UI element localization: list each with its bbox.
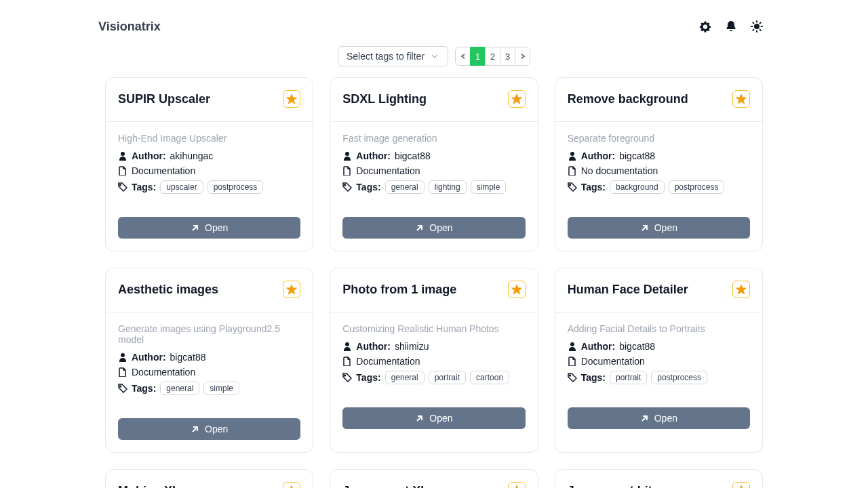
document-icon: [342, 166, 352, 176]
pager-page-2[interactable]: 2: [485, 47, 500, 66]
open-button[interactable]: Open: [568, 217, 750, 239]
open-label: Open: [205, 424, 228, 434]
document-icon: [568, 166, 577, 176]
author-label: Author:: [132, 352, 166, 363]
tag-chip[interactable]: simple: [203, 382, 239, 395]
open-button[interactable]: Open: [342, 407, 525, 429]
star-icon: [286, 485, 297, 488]
open-button[interactable]: Open: [342, 217, 525, 239]
favorite-button[interactable]: [508, 482, 526, 488]
documentation-label: Documentation: [132, 367, 195, 378]
open-arrow-icon: [191, 224, 199, 232]
card-description: High-End Image Upscaler: [118, 133, 300, 144]
favorite-button[interactable]: [283, 482, 300, 488]
documentation-row[interactable]: Documentation: [342, 165, 525, 176]
open-arrow-icon: [640, 224, 649, 232]
tag-chip[interactable]: portrait: [610, 371, 647, 384]
documentation-label: No documentation: [581, 165, 658, 176]
documentation-label: Documentation: [581, 356, 645, 367]
open-button[interactable]: Open: [118, 217, 300, 239]
tag-chip[interactable]: postprocess: [208, 180, 264, 194]
tag-chip[interactable]: general: [385, 180, 425, 194]
author-row: Author: bigcat88: [342, 150, 525, 161]
card-description: Separate foreground: [568, 133, 750, 144]
flow-card: Juggernaut XL: [330, 469, 538, 488]
tag-filter-select[interactable]: Select tags to filter: [338, 46, 448, 66]
card-title: SUPIR Upscaler: [118, 92, 210, 106]
user-icon: [568, 342, 577, 351]
tags-row: Tags:portraitpostprocess: [568, 371, 750, 384]
flow-card: Human Face DetailerAdding Facial Details…: [555, 268, 763, 453]
bell-icon[interactable]: [725, 20, 737, 33]
star-icon: [286, 284, 297, 295]
tag-icon: [568, 182, 577, 192]
author-label: Author:: [581, 341, 616, 352]
open-button[interactable]: Open: [568, 407, 750, 429]
tag-icon: [118, 384, 127, 393]
flow-card: Photo from 1 imageCustomizing Realistic …: [330, 268, 538, 453]
tag-icon: [342, 373, 352, 382]
gear-icon[interactable]: [699, 20, 711, 33]
documentation-row[interactable]: Documentation: [342, 356, 525, 367]
documentation-row[interactable]: Documentation: [118, 367, 300, 378]
favorite-button[interactable]: [732, 281, 750, 298]
author-label: Author:: [132, 150, 166, 161]
star-icon: [286, 94, 297, 104]
author-name: akihungac: [170, 150, 214, 161]
pager-next[interactable]: [515, 47, 530, 66]
card-title: Remove background: [568, 92, 688, 106]
favorite-button[interactable]: [283, 90, 300, 108]
favorite-button[interactable]: [732, 482, 750, 488]
documentation-label: Documentation: [356, 356, 420, 367]
favorite-button[interactable]: [508, 90, 526, 108]
documentation-row[interactable]: Documentation: [568, 356, 750, 367]
tag-chip[interactable]: general: [160, 382, 199, 395]
tag-icon: [118, 182, 127, 192]
pager-page-3[interactable]: 3: [500, 47, 515, 66]
open-label: Open: [429, 222, 452, 233]
flow-card: Juggernaut Lite: [555, 469, 763, 488]
open-label: Open: [429, 413, 452, 424]
theme-sun-icon[interactable]: [751, 20, 763, 33]
tag-chip[interactable]: background: [610, 180, 665, 194]
author-row: Author: bigcat88: [568, 341, 750, 352]
star-icon: [511, 284, 522, 295]
tags-label: Tags:: [132, 182, 156, 192]
flow-card: Aesthetic imagesGenerate images using Pl…: [105, 268, 313, 453]
tags-label: Tags:: [581, 182, 606, 192]
documentation-row[interactable]: Documentation: [118, 165, 300, 176]
tag-chip[interactable]: simple: [471, 180, 507, 194]
tag-chip[interactable]: postprocess: [651, 371, 707, 384]
favorite-button[interactable]: [508, 281, 526, 298]
header-actions: [699, 20, 763, 33]
tags-label: Tags:: [356, 372, 380, 383]
tags-row: Tags:generallightingsimple: [342, 180, 525, 194]
tag-chip[interactable]: cartoon: [470, 371, 509, 384]
pager-prev[interactable]: [455, 47, 471, 66]
open-button[interactable]: Open: [118, 418, 300, 440]
tag-chip[interactable]: postprocess: [669, 180, 725, 194]
tag-chip[interactable]: upscaler: [160, 180, 203, 194]
documentation-label: Documentation: [356, 165, 420, 176]
open-label: Open: [654, 222, 677, 233]
user-icon: [342, 151, 352, 161]
author-row: Author: bigcat88: [118, 352, 300, 363]
pager-page-1[interactable]: 1: [470, 47, 486, 66]
tag-chip[interactable]: portrait: [429, 371, 466, 384]
card-title: Aesthetic images: [118, 283, 218, 297]
favorite-button[interactable]: [283, 281, 300, 298]
documentation-row: No documentation: [568, 165, 750, 176]
document-icon: [118, 166, 127, 176]
author-name: bigcat88: [619, 150, 655, 161]
favorite-button[interactable]: [732, 90, 750, 108]
tag-chip[interactable]: general: [385, 371, 425, 384]
card-title: Juggernaut XL: [342, 484, 428, 489]
card-description: Generate images using Playground2.5 mode…: [118, 323, 300, 345]
flow-card: Remove backgroundSeparate foregroundAuth…: [555, 77, 763, 251]
pagination: 123: [455, 47, 530, 66]
tag-chip[interactable]: lighting: [429, 180, 467, 194]
brand-title: Visionatrix: [98, 20, 161, 34]
user-icon: [568, 151, 577, 161]
star-icon: [736, 485, 747, 488]
user-icon: [118, 151, 127, 161]
